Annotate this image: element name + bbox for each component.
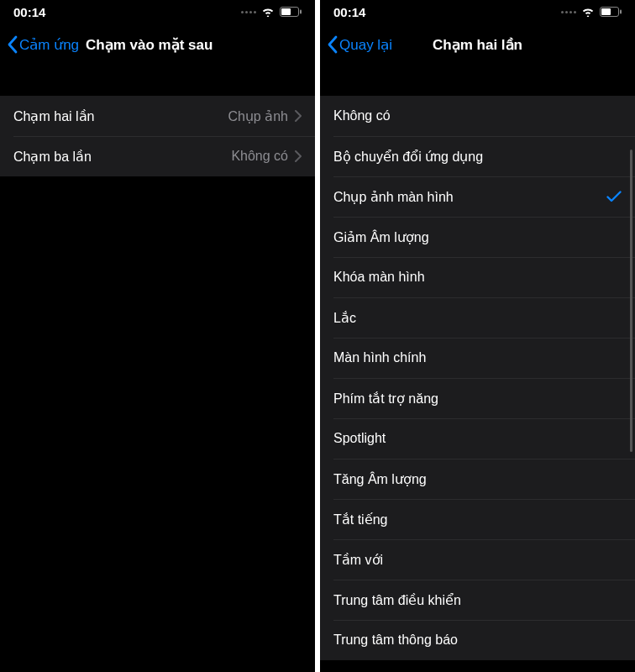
row-label: Chạm ba lần (13, 149, 92, 165)
page-title: Chạm vào mặt sau (86, 36, 213, 54)
screen-back-tap: 00:14 Cảm ứng Chạm vào mặt sau Chạm hai … (0, 0, 315, 672)
option-label: Chụp ảnh màn hình (333, 189, 454, 205)
battery-icon (280, 7, 302, 17)
option-row[interactable]: Không có (320, 96, 635, 136)
option-label: Spotlight (333, 431, 386, 446)
wifi-icon (261, 7, 275, 17)
page-title: Chạm hai lần (433, 36, 522, 54)
option-label: Không có (333, 108, 391, 123)
option-label: Trung tâm thông báo (333, 633, 458, 648)
spacer (320, 66, 635, 96)
checkmark-icon (606, 191, 622, 202)
cellular-dots-icon (561, 11, 576, 13)
scroll-indicator[interactable] (630, 150, 632, 452)
status-icons (561, 7, 622, 17)
chevron-right-icon (295, 110, 302, 122)
option-row[interactable]: Khóa màn hình (320, 257, 635, 297)
option-row[interactable]: Giảm Âm lượng (320, 217, 635, 257)
option-label: Lắc (333, 310, 356, 326)
svg-rect-4 (601, 8, 611, 15)
svg-rect-5 (620, 10, 622, 14)
option-label: Trung tâm điều khiển (333, 592, 461, 608)
back-button[interactable]: Quay lại (327, 35, 392, 54)
status-bar: 00:14 (320, 0, 635, 24)
row-value: Chụp ảnh (228, 108, 302, 124)
option-row[interactable]: Spotlight (320, 418, 635, 459)
spacer (0, 66, 315, 96)
svg-rect-1 (281, 8, 291, 15)
option-row[interactable]: Trung tâm điều khiển (320, 580, 635, 620)
option-label: Tắt tiếng (333, 512, 387, 528)
cellular-dots-icon (241, 11, 256, 13)
option-label: Bộ chuyển đổi ứng dụng (333, 149, 483, 165)
option-row[interactable]: Chụp ảnh màn hình (320, 176, 635, 217)
option-label: Khóa màn hình (333, 270, 425, 285)
wifi-icon (581, 7, 595, 17)
row-double-tap[interactable]: Chạm hai lần Chụp ảnh (0, 96, 315, 136)
back-label: Cảm ứng (19, 36, 79, 54)
status-icons (241, 7, 302, 17)
settings-list: Chạm hai lần Chụp ảnh Chạm ba lần Không … (0, 96, 315, 176)
nav-bar: Quay lại Chạm hai lần (320, 24, 635, 66)
option-row[interactable]: Tăng Âm lượng (320, 459, 635, 499)
back-button[interactable]: Cảm ứng (7, 35, 79, 54)
option-label: Giảm Âm lượng (333, 229, 429, 245)
status-time: 00:14 (333, 5, 365, 19)
chevron-left-icon (7, 35, 18, 54)
row-label: Chạm hai lần (13, 108, 94, 124)
option-label: Màn hình chính (333, 350, 426, 365)
status-time: 00:14 (13, 5, 45, 19)
option-label: Tăng Âm lượng (333, 471, 427, 487)
status-bar: 00:14 (0, 0, 315, 24)
option-row[interactable]: Bộ chuyển đổi ứng dụng (320, 136, 635, 176)
option-row[interactable]: Tầm với (320, 539, 635, 580)
option-row[interactable]: Lắc (320, 297, 635, 338)
battery-icon (600, 7, 622, 17)
chevron-left-icon (327, 35, 338, 54)
content-area: Chạm hai lần Chụp ảnh Chạm ba lần Không … (0, 66, 315, 672)
option-label: Tầm với (333, 552, 383, 568)
option-row[interactable]: Tắt tiếng (320, 499, 635, 539)
option-row[interactable]: Màn hình chính (320, 338, 635, 378)
chevron-right-icon (295, 150, 302, 162)
row-triple-tap[interactable]: Chạm ba lần Không có (0, 136, 315, 176)
svg-rect-2 (300, 10, 302, 14)
screen-double-tap-options: 00:14 Quay lại Chạm hai lần Không cóBộ c… (320, 0, 635, 672)
content-area: Không cóBộ chuyển đổi ứng dụngChụp ảnh m… (320, 66, 635, 672)
option-row[interactable]: Phím tắt trợ năng (320, 378, 635, 418)
nav-bar: Cảm ứng Chạm vào mặt sau (0, 24, 315, 66)
back-label: Quay lại (339, 36, 392, 54)
option-row[interactable]: Trung tâm thông báo (320, 620, 635, 660)
row-value: Không có (231, 149, 302, 164)
options-list: Không cóBộ chuyển đổi ứng dụngChụp ảnh m… (320, 96, 635, 660)
option-label: Phím tắt trợ năng (333, 391, 438, 407)
